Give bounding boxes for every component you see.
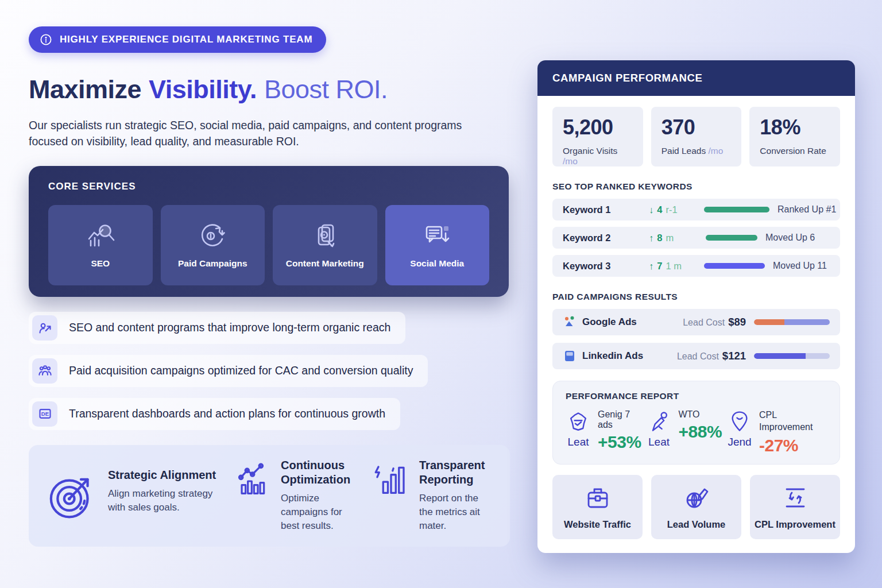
report-label: CPL Improvement [759, 409, 827, 434]
core-services-title: CORE SERVICES [48, 181, 489, 192]
keyword-status: Moved Up 11 [773, 261, 837, 271]
lead-cost-bar [754, 353, 830, 359]
svg-text:DE: DE [41, 411, 48, 417]
metric-tiles-row: Website Traffic Lead Volume CPL Improvem… [552, 475, 840, 539]
report-icon-caption: Leat [648, 436, 670, 448]
keyword-name: Keyword 1 [563, 204, 649, 215]
paid-campaign-row-google: Google Ads Lead Cost$89 [552, 309, 840, 335]
lead-cost-bar [754, 319, 830, 325]
target-arrow-icon [46, 470, 99, 523]
metric-tile-label: CPL Improvement [755, 519, 835, 530]
bar-fill [754, 353, 806, 359]
keyword-row: Keyword 2 ↑8m Moved Up 6 [552, 227, 840, 249]
report-icon-caption: Jend [728, 436, 751, 448]
report-section-title: PERFORMANCE REPORT [566, 391, 827, 401]
left-column: HIGHLY EXPERIENCE DIGITAL MARKETING TEAM… [29, 26, 510, 547]
lead-cost-value: $121 [722, 350, 746, 362]
trend-suffix: m [666, 233, 674, 243]
metric-tile-label: Lead Volume [667, 519, 725, 530]
panel-header: CAMPAIGN PERFORMANCE [537, 60, 855, 96]
feature-description: Optimize campaigns for best results. [281, 492, 357, 532]
service-tile-label: Paid Campaigns [178, 258, 247, 269]
trend-value: 8 [657, 233, 662, 243]
performance-report-box: PERFORMANCE REPORT Leat Genig 7 ads +53% [552, 381, 840, 465]
page-title: MaximizeVisibility.Boost ROI. [29, 75, 510, 105]
title-part-dark: Maximize [29, 75, 141, 104]
feature-transparent-reporting: Transparent Reporting Report on the the … [372, 458, 493, 532]
stat-suffix: /mo [563, 156, 578, 166]
feature-strategic-alignment: Strategic Alignment Align marketing stra… [46, 468, 220, 523]
metric-tile-label: Website Traffic [564, 519, 631, 530]
campaign-performance-card: CAMPAIGN PERFORMANCE 5,200 Organic Visit… [537, 60, 855, 553]
stat-label: Paid Leads [662, 146, 706, 156]
core-services-tiles: SEO Paid Campaigns [48, 205, 489, 285]
hero-description: Our specialists run strategic SEO, socia… [29, 117, 483, 150]
title-part-light: Boost ROI. [264, 75, 388, 104]
lead-cost-label: Lead Cost [683, 318, 725, 327]
seo-search-icon [84, 222, 117, 250]
trend-value: 4 [657, 204, 662, 215]
platform-name: Google Ads [582, 316, 668, 328]
keyword-progress-bar [704, 263, 765, 269]
service-tile-seo[interactable]: SEO [48, 205, 153, 285]
stat-suffix: /mo [706, 146, 723, 156]
stat-organic-visits: 5,200 Organic Visits /mo [552, 107, 643, 167]
trend-suffix: r-1 [666, 204, 677, 215]
service-tile-label: Content Marketing [286, 258, 364, 269]
stat-label: Organic Visits [563, 146, 617, 156]
feature-continuous-optimization: Continuous Optimization Optimize campaig… [235, 458, 357, 532]
metric-tile-cpl-improvement[interactable]: CPL Improvement [750, 475, 840, 539]
bar-rest [806, 353, 830, 359]
report-item: Leat WTO +88% [647, 409, 728, 455]
service-tile-social-media[interactable]: Social Media [385, 205, 490, 285]
refresh-coin-icon [197, 222, 228, 250]
keyword-status: Ranked Up #1 [777, 204, 842, 215]
feature-description: Align marketing strategy with sales goal… [108, 487, 220, 514]
dashboard-icon: DE [32, 401, 57, 427]
person-growth-icon [32, 315, 57, 341]
keyword-name: Keyword 2 [563, 233, 649, 243]
benefit-text: Paid acquisition campaigns optimized for… [69, 364, 413, 377]
paid-section-title: PAID CAMPAIGNS RESULTS [552, 292, 840, 302]
google-ads-icon [563, 315, 577, 329]
keywords-section-title: SEO TOP RANKED KEYWORDS [552, 181, 840, 192]
keyword-progress-bar [706, 235, 757, 241]
feature-title: Continuous Optimization [281, 458, 355, 487]
bar-fill [754, 319, 784, 325]
service-tile-paid-campaigns[interactable]: Paid Campaigns [161, 205, 265, 285]
metric-tile-lead-volume[interactable]: Lead Volume [651, 475, 741, 539]
trend-up-icon: ↑ [649, 261, 653, 272]
platform-name: Linkedin Ads [582, 350, 668, 362]
keyword-progress-bar [704, 207, 769, 212]
keyword-row: Keyword 1 ↓4r-1 Ranked Up #1 [552, 199, 840, 220]
document-pencil-icon [311, 222, 339, 250]
report-bars-icon [372, 461, 410, 498]
panel-title: CAMPAIGN PERFORMANCE [552, 72, 702, 84]
benefit-item: Paid acquisition campaigns optimized for… [29, 355, 428, 387]
stat-value: 5,200 [563, 115, 633, 140]
metric-tile-website-traffic[interactable]: Website Traffic [552, 475, 643, 539]
heart-pin-icon [727, 409, 752, 435]
chat-share-icon [421, 222, 453, 250]
benefit-text: SEO and content programs that improve lo… [69, 321, 390, 334]
keyword-status: Moved Up 6 [765, 233, 830, 243]
feature-title: Transparent Reporting [419, 458, 494, 487]
report-value: +53% [598, 432, 647, 452]
feature-description: Report on the the metrics ait mater. [419, 492, 482, 532]
badge-check-icon [566, 409, 591, 435]
service-tile-label: Social Media [410, 258, 464, 269]
lead-cost-label: Lead Cost [677, 351, 719, 361]
benefits-list: SEO and content programs that improve lo… [29, 312, 510, 430]
optimization-chart-icon [235, 461, 272, 497]
briefcase-icon [584, 484, 612, 512]
stat-value: 370 [662, 115, 732, 140]
paid-campaign-row-linkedin: Linkedin Ads Lead Cost$121 [552, 343, 840, 369]
stats-row: 5,200 Organic Visits /mo 370 Paid Leads … [552, 107, 840, 167]
globe-pen-icon [683, 484, 710, 512]
keyword-row: Keyword 3 ↑71 m Moved Up 11 [552, 255, 840, 277]
trend-suffix: 1 m [666, 261, 682, 272]
report-item: Leat Genig 7 ads +53% [566, 409, 647, 455]
feature-title: Strategic Alignment [108, 468, 220, 482]
service-tile-content-marketing[interactable]: Content Marketing [273, 205, 377, 285]
stat-label: Conversion Rate [760, 146, 826, 156]
